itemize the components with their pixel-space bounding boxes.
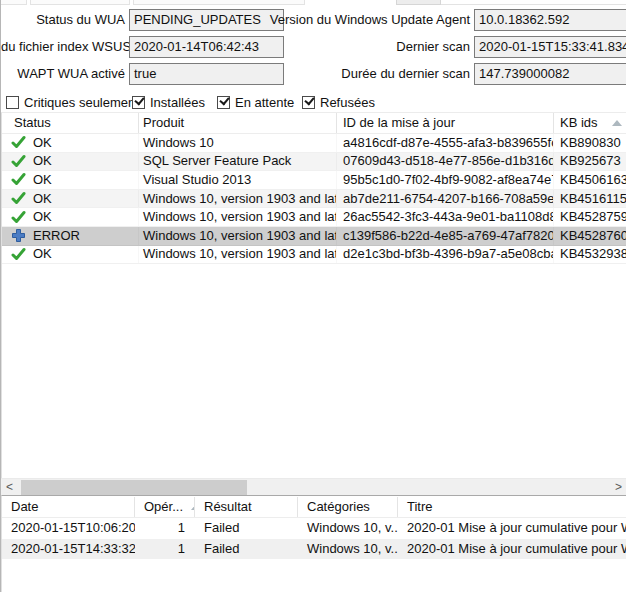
tab-strip-line <box>441 4 626 5</box>
horizontal-scrollbar[interactable]: < > <box>1 478 626 495</box>
kb-ids-cell: KB925673 <box>554 153 626 171</box>
wua-status-label: Status du WUA <box>1 9 125 31</box>
update-row[interactable]: OKWindows 10, version 1903 and later26ac… <box>2 208 626 227</box>
operation-cell: 1 <box>135 518 195 539</box>
checkbox-icon[interactable] <box>302 96 315 109</box>
titre-cell: 2020-01 Mise à jour cumulative pour Wind <box>398 539 626 560</box>
update-id-cell: 95b5c1d0-7f02-4bf9-9082-af8ea74e7d... <box>337 171 554 189</box>
update-id-cell: ab7de211-6754-4207-b166-708a59e42c... <box>337 190 554 208</box>
checkbox-refusees[interactable]: Refusées <box>302 95 375 110</box>
update-row[interactable]: OKSQL Server Feature Pack07609d43-d518-4… <box>2 153 626 172</box>
update-row[interactable]: OKWindows 10a4816cdf-d87e-4555-afa3-b839… <box>2 134 626 153</box>
update-row[interactable]: OKWindows 10, version 1903 and laterd2e1… <box>2 246 626 265</box>
history-row[interactable]: 2020-01-15T10:06:201FailedWindows 10, v.… <box>2 518 626 539</box>
checkbox-label: Refusées <box>320 95 375 110</box>
tab-ghost <box>0 0 27 5</box>
status-cell: OK <box>2 134 139 152</box>
tab-strip-remnant <box>1 0 626 5</box>
status-cell: OK <box>2 171 139 189</box>
column-header-label: Opér... <box>144 497 183 517</box>
produit-cell: Windows 10, version 1903 and later <box>139 208 337 226</box>
categories-cell: Windows 10, v... <box>298 539 398 560</box>
tab-ghost <box>30 0 130 5</box>
ok-icon <box>11 210 26 225</box>
scroll-left-icon[interactable]: < <box>1 479 18 496</box>
column-header-titre[interactable]: Titre <box>398 497 626 517</box>
column-header-kb-ids[interactable]: KB ids <box>554 113 626 133</box>
checkbox-icon[interactable] <box>217 96 230 109</box>
update-id-cell: c139f586-b22d-4e85-a769-47af7820a7... <box>337 227 554 245</box>
update-row[interactable]: OKVisual Studio 201395b5c1d0-7f02-4bf9-9… <box>2 171 626 190</box>
column-header-resultat[interactable]: Résultat <box>195 497 298 517</box>
titre-cell: 2020-01 Mise à jour cumulative pour Wind <box>398 518 626 539</box>
wua-agent-version-field[interactable]: 10.0.18362.592 <box>474 9 626 31</box>
produit-cell: Windows 10, version 1903 and later <box>139 246 337 264</box>
produit-cell: SQL Server Feature Pack <box>139 153 337 171</box>
checkbox-critiques-seulement[interactable]: Critiques seulement <box>6 95 139 110</box>
checkbox-icon[interactable] <box>6 96 19 109</box>
ok-icon <box>11 191 26 206</box>
kb-ids-cell: KB4528760 <box>554 227 626 245</box>
categories-cell: Windows 10, v... <box>298 518 398 539</box>
update-id-cell: d2e1c3bd-bf3b-4396-b9a7-a5e08cbaa... <box>337 246 554 264</box>
update-row[interactable]: OKWindows 10, version 1903 and laterab7d… <box>2 190 626 209</box>
kb-ids-cell: KB4532938 <box>554 246 626 264</box>
history-grid-body: 2020-01-15T10:06:201FailedWindows 10, v.… <box>2 518 626 559</box>
status-cell: OK <box>2 190 139 208</box>
column-header-id[interactable]: ID de la mise à jour <box>337 113 554 133</box>
history-grid-header: Date Opér... Résultat Catégories Titre <box>2 497 626 518</box>
column-header-label: KB ids <box>560 113 598 133</box>
ok-icon <box>11 154 26 169</box>
checkbox-icon[interactable] <box>132 96 145 109</box>
status-cell: OK <box>2 246 139 264</box>
sort-asc-icon <box>612 120 622 126</box>
ok-icon <box>11 135 26 150</box>
last-scan-duration-field[interactable]: 147.739000082 <box>474 63 626 85</box>
scroll-right-icon[interactable]: > <box>610 479 626 496</box>
checkbox-label: En attente <box>235 95 294 110</box>
resultat-cell: Failed <box>195 539 298 560</box>
ok-icon <box>11 172 26 187</box>
column-header-date[interactable]: Date <box>2 497 135 517</box>
kb-ids-cell: KB4516115 <box>554 190 626 208</box>
last-scan-field[interactable]: 2020-01-15T15:33:41.834000 <box>474 36 626 58</box>
wsus-index-date-label: du fichier index WSUS <box>1 36 125 58</box>
update-id-cell: 07609d43-d518-4e77-856e-d1b316d1b... <box>337 153 554 171</box>
date-cell: 2020-01-15T14:33:32 <box>2 539 135 560</box>
kb-ids-cell: KB890830 <box>554 134 626 152</box>
column-header-produit[interactable]: Produit <box>139 113 337 133</box>
history-row[interactable]: 2020-01-15T14:33:321FailedWindows 10, v.… <box>2 539 626 560</box>
status-cell: ERROR <box>2 227 139 245</box>
tab-ghost <box>133 0 305 5</box>
updates-grid-body: OKWindows 10a4816cdf-d87e-4555-afa3-b839… <box>2 134 626 264</box>
updates-grid-header: Status Produit ID de la mise à jour KB i… <box>2 113 626 134</box>
kb-ids-cell: KB4528759 <box>554 208 626 226</box>
wapt-wua-enabled-label: WAPT WUA activé <box>1 63 125 85</box>
operation-cell: 1 <box>135 539 195 560</box>
status-cell: OK <box>2 208 139 226</box>
checkbox-label: Installées <box>150 95 205 110</box>
last-scan-duration-label: Durée du dernier scan <box>246 63 470 85</box>
column-header-operation[interactable]: Opér... <box>135 497 195 517</box>
date-cell: 2020-01-15T10:06:20 <box>2 518 135 539</box>
produit-cell: Windows 10, version 1903 and later <box>139 190 337 208</box>
last-scan-label: Dernier scan <box>246 36 470 58</box>
error-icon <box>11 228 26 243</box>
checkbox-label: Critiques seulement <box>24 95 139 110</box>
wua-agent-version-label: Version du Windows Update Agent <box>246 9 470 31</box>
update-id-cell: a4816cdf-d87e-4555-afa3-b839655fc56... <box>337 134 554 152</box>
wua-updates-panel: Status du WUA PENDING_UPDATES du fichier… <box>0 0 626 592</box>
tab-ghost <box>396 0 441 5</box>
column-header-categories[interactable]: Catégories <box>298 497 398 517</box>
produit-cell: Windows 10, version 1903 and later <box>139 227 337 245</box>
status-cell: OK <box>2 153 139 171</box>
scrollbar-thumb[interactable] <box>21 480 247 495</box>
update-id-cell: 26ac5542-3fc3-443a-9e01-ba1108d88d... <box>337 208 554 226</box>
history-grid: Date Opér... Résultat Catégories Titre 2… <box>1 495 626 592</box>
update-row[interactable]: ERRORWindows 10, version 1903 and laterc… <box>2 227 626 246</box>
checkbox-installees[interactable]: Installées <box>132 95 205 110</box>
column-header-status[interactable]: Status <box>2 113 139 133</box>
kb-ids-cell: KB4506163 <box>554 171 626 189</box>
checkbox-en-attente[interactable]: En attente <box>217 95 294 110</box>
updates-grid: Status Produit ID de la mise à jour KB i… <box>1 112 626 478</box>
